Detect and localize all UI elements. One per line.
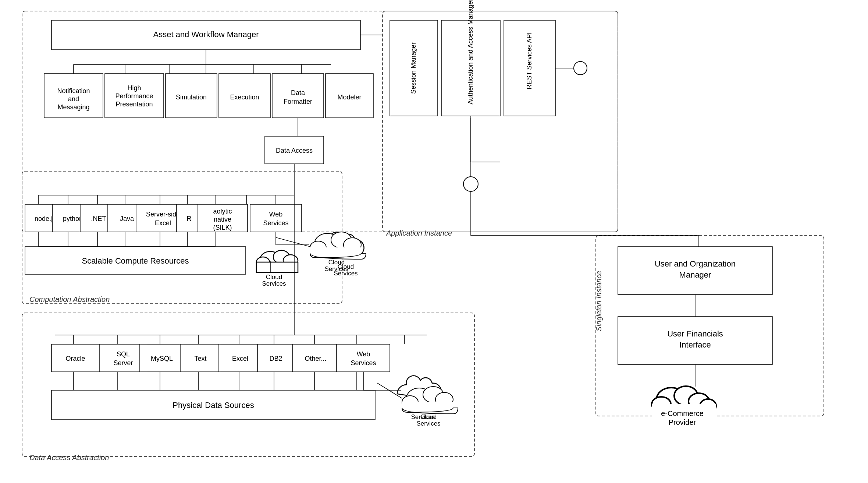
cloud-services-comp: Cloud Services xyxy=(256,250,298,287)
oracle-box: Oracle xyxy=(65,355,85,362)
computation-abstraction-label: Computation Abstraction xyxy=(29,295,110,303)
high-perf-box: High xyxy=(127,84,141,92)
web-services-comp-box: Web xyxy=(269,211,283,218)
aolytic-box2: native xyxy=(214,216,231,223)
mysql-box: MySQL xyxy=(151,355,173,362)
python-box: python xyxy=(63,215,83,222)
physical-data-box: Physical Data Sources xyxy=(172,401,254,410)
text-box: Text xyxy=(194,355,206,362)
web-services-data-box2: Services xyxy=(351,359,376,367)
aolytic-box3: (SILK) xyxy=(213,224,232,231)
data-access-box: Data Access xyxy=(276,147,313,154)
svg-text:Cloud: Cloud xyxy=(420,413,437,420)
java-box: Java xyxy=(120,215,134,222)
web-services-comp-box2: Services xyxy=(263,219,288,227)
application-instance-label: Application Instance xyxy=(386,229,452,237)
data-formatter-box: Data xyxy=(291,89,305,96)
session-manager-box: Session Manager xyxy=(410,42,417,94)
svg-text:Cloud: Cloud xyxy=(328,259,345,266)
svg-text:Provider: Provider xyxy=(669,418,696,426)
svg-rect-85 xyxy=(337,344,390,372)
server-excel-box: Server-side xyxy=(146,211,180,218)
user-org-box: User and Organization xyxy=(655,259,736,268)
other-box: Other... xyxy=(305,355,326,362)
asset-workflow-box: Asset and Workflow Manager xyxy=(153,30,259,39)
notification-box2: and xyxy=(68,95,79,103)
svg-line-125 xyxy=(276,237,310,247)
svg-point-102 xyxy=(463,177,478,191)
sql-server-box2: Server xyxy=(113,359,133,367)
notification-box3: Messaging xyxy=(57,103,89,111)
svg-text:Services: Services xyxy=(324,265,348,272)
aolytic-box: aolytic xyxy=(213,208,232,215)
data-access-abstraction-label: Data Access Abstraction xyxy=(29,454,109,462)
singleton-instance-label: Singleton Instance xyxy=(595,271,603,331)
svg-text:Cloud: Cloud xyxy=(266,274,282,281)
svg-text:Services: Services xyxy=(416,420,440,427)
server-excel-box2: Excel xyxy=(155,219,171,227)
high-perf-box2: Performance xyxy=(115,92,153,100)
auth-access-box: Authentication and Access Manager xyxy=(467,0,474,105)
modeler-box: Modeler xyxy=(337,94,361,101)
web-services-data-box: Web xyxy=(357,350,370,358)
user-org-box2: Manager xyxy=(679,270,711,279)
ecommerce-cloud: e-Commerce Provider xyxy=(652,386,716,426)
svg-text:e-Commerce: e-Commerce xyxy=(661,409,704,417)
excel-box: Excel xyxy=(232,355,248,362)
svg-rect-59 xyxy=(256,262,298,272)
r-box: R xyxy=(187,215,192,222)
data-formatter-box2: Formatter xyxy=(284,98,312,105)
sql-server-box: SQL xyxy=(117,350,130,358)
cloud-data-proper: Cloud Services xyxy=(377,383,458,427)
user-financials-box: User Financials xyxy=(667,329,723,338)
simulation-box: Simulation xyxy=(176,94,207,101)
high-perf-box3: Presentation xyxy=(115,101,153,108)
db2-box: DB2 xyxy=(269,355,282,362)
scalable-compute-box: Scalable Compute Resources xyxy=(82,256,189,265)
rest-api-box: REST Services API xyxy=(526,32,533,89)
svg-text:Services: Services xyxy=(262,280,286,287)
notification-box: Notification xyxy=(57,87,90,95)
execution-box: Execution xyxy=(230,94,259,101)
svg-point-22 xyxy=(574,61,587,75)
diagram-container: Application Instance Asset and Workflow … xyxy=(0,0,868,483)
svg-rect-45 xyxy=(250,204,302,232)
user-financials-box2: Interface xyxy=(679,340,711,349)
dotnet-box: .NET xyxy=(91,215,106,222)
